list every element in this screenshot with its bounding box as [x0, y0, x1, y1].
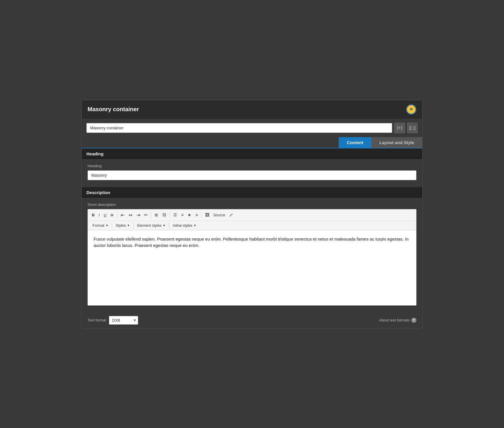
about-text-formats-label: About text formats [379, 318, 410, 322]
format-sep-2 [133, 222, 134, 228]
align-left-button[interactable]: ⇤ [119, 211, 126, 219]
toolbar-sep-2 [151, 212, 151, 218]
dialog-title: Masonry container [88, 106, 139, 113]
strikethrough-button[interactable]: Ix [109, 212, 115, 218]
quote-button[interactable]: » [194, 211, 200, 219]
about-text-formats-link[interactable]: About text formats ? [379, 318, 417, 323]
inline-styles-dropdown[interactable]: Inline styles ▼ [171, 222, 199, 229]
align-center-button[interactable]: ⇔ [127, 211, 134, 219]
styles-chevron-icon: ▼ [127, 224, 130, 227]
bold-button[interactable]: B [90, 212, 96, 218]
underline-button[interactable]: U [102, 212, 108, 218]
inline-styles-label: Inline styles [173, 223, 192, 228]
tab-layout[interactable]: Layout and Style [371, 137, 422, 148]
heading-section: Heading Heading [82, 148, 422, 187]
format-sep-3 [169, 222, 169, 228]
add-widget-icon: [+] [397, 125, 402, 131]
toolbar-sep-3 [170, 212, 170, 218]
styles-dropdown[interactable]: Styles ▼ [113, 222, 132, 229]
add-widget-button[interactable]: [+] [394, 123, 405, 133]
preview-button[interactable]: [◻] [407, 123, 418, 133]
fullscreen-button[interactable]: ⤢ [227, 211, 235, 219]
close-button[interactable]: × [406, 104, 416, 115]
editor-text: Fusce vulputate eleifend sapien. Praesen… [94, 237, 409, 248]
italic-button[interactable]: I [97, 212, 101, 218]
heading-field-label: Heading [88, 164, 416, 168]
description-section-title: Description [82, 187, 422, 198]
text-format-bar: Text format DX8 Plain text Full HTML ▼ A… [82, 312, 422, 328]
heading-input[interactable] [88, 170, 416, 180]
editor-toolbar: B I U Ix ⇤ ⇔ ⇥ ═ ⊞ ⛓ ☰ ≡ ★ » [88, 209, 416, 221]
format-chevron-icon: ▼ [105, 224, 108, 227]
dialog-header: Masonry container × [82, 100, 422, 119]
element-styles-label: Element styles [137, 223, 162, 228]
format-sep-1 [112, 222, 112, 228]
ordered-list-button[interactable]: ≡ [179, 211, 185, 218]
styles-label: Styles [116, 223, 126, 228]
align-right-button[interactable]: ⇥ [135, 211, 142, 219]
unordered-list-button[interactable]: ☰ [172, 211, 179, 218]
text-format-label: Text format [88, 318, 106, 322]
editor-content[interactable]: Fusce vulputate eleifend sapien. Praesen… [88, 230, 416, 305]
editor-format-bar: Format ▼ Styles ▼ Element styles ▼ [88, 221, 416, 230]
image-button[interactable]: 🖼 [203, 211, 211, 218]
heading-section-body: Heading [82, 159, 422, 187]
tabs: Content Layout and Style [82, 137, 422, 148]
toolbar-sep-1 [117, 212, 117, 218]
element-styles-dropdown[interactable]: Element styles ▼ [135, 222, 168, 229]
search-bar: [+] [◻] [82, 119, 422, 137]
masonry-dialog: Masonry container × [+] [◻] Content Layo… [81, 100, 423, 328]
toolbar-sep-4 [201, 212, 202, 218]
help-icon: ? [411, 318, 416, 323]
heading-section-title: Heading [82, 148, 422, 159]
format-dropdown[interactable]: Format ▼ [90, 222, 111, 229]
text-format-select[interactable]: DX8 Plain text Full HTML [109, 316, 138, 325]
editor-wrapper: B I U Ix ⇤ ⇔ ⇥ ═ ⊞ ⛓ ☰ ≡ ★ » [88, 209, 416, 306]
text-format-left: Text format DX8 Plain text Full HTML ▼ [88, 316, 138, 325]
star-button[interactable]: ★ [186, 211, 193, 218]
tab-content[interactable]: Content [339, 137, 371, 148]
description-section-body: Short description B I U Ix ⇤ ⇔ ⇥ ═ ⊞ ⛓ [82, 198, 422, 312]
description-section: Description Short description B I U Ix ⇤… [82, 187, 422, 312]
table-button[interactable]: ⊞ [153, 211, 160, 218]
short-description-label: Short description [88, 202, 416, 207]
source-button[interactable]: Source [212, 212, 227, 218]
link-button[interactable]: ⛓ [160, 211, 168, 218]
search-input[interactable] [86, 123, 392, 133]
preview-icon: [◻] [409, 125, 416, 131]
align-justify-button[interactable]: ═ [142, 211, 149, 219]
format-label: Format [92, 223, 104, 228]
element-styles-chevron-icon: ▼ [163, 224, 166, 227]
text-format-dropdown-wrap: DX8 Plain text Full HTML ▼ [109, 316, 138, 325]
inline-styles-chevron-icon: ▼ [194, 224, 197, 227]
